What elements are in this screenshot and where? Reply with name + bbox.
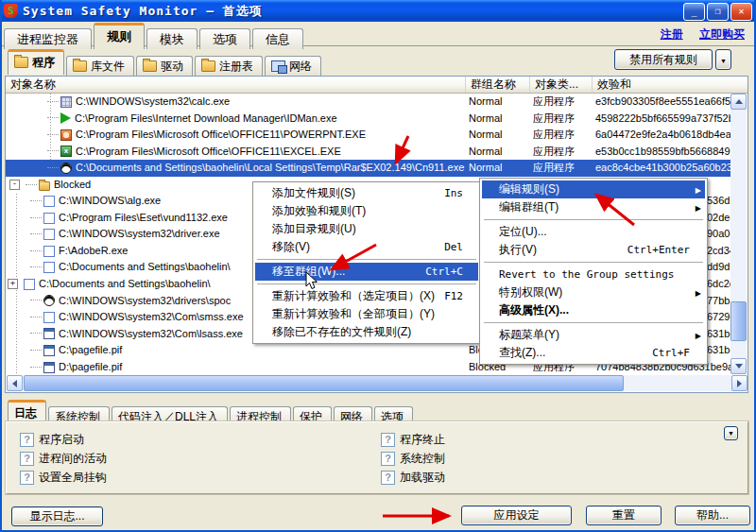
- menu-item-label: 移除(V): [272, 240, 310, 253]
- vertical-scrollbar[interactable]: [730, 94, 747, 374]
- checkbox-label: 程序终止: [400, 432, 445, 448]
- subtab-驱动[interactable]: 驱动: [136, 56, 193, 76]
- tab-进程监控器[interactable]: 进程监控器: [4, 28, 92, 49]
- excel-icon: x: [60, 146, 72, 157]
- panda-icon: [43, 295, 55, 306]
- menu-item[interactable]: 编辑群组(T)▶: [482, 198, 705, 216]
- titlebar[interactable]: S System Safety Monitor — 首选项 _ ❐ ✕: [0, 0, 756, 22]
- scroll-right-icon[interactable]: [731, 375, 747, 391]
- minimize-icon[interactable]: _: [683, 3, 705, 21]
- checkbox[interactable]: ?: [381, 433, 395, 447]
- checkbox[interactable]: ?: [20, 452, 34, 466]
- submenu-arrow-icon: ▶: [696, 181, 701, 199]
- tab-规则[interactable]: 规则: [94, 23, 145, 49]
- column-header-object-type[interactable]: 对象类...: [530, 77, 593, 93]
- checksum-value: e3fcb903305f8ee5551ea66f5c: [595, 95, 731, 107]
- menu-item[interactable]: 定位(U)...: [482, 223, 705, 241]
- menu-item[interactable]: 移除(V)Del: [255, 238, 478, 256]
- tree-expand-icon[interactable]: +: [8, 279, 18, 289]
- subtab-程序[interactable]: 程序: [8, 49, 64, 75]
- menu-item-label: 定位(U)...: [499, 225, 547, 238]
- object-path: C:\WINDOWS\system32\Com\smss.exe: [59, 309, 244, 326]
- object-path: Blocked: [54, 177, 91, 194]
- checksum-value: 6a04472e9fe2a4b0618db4ea1: [595, 129, 731, 140]
- checkbox[interactable]: ?: [20, 471, 34, 485]
- scroll-down-icon[interactable]: [730, 358, 747, 374]
- checkbox[interactable]: ?: [381, 452, 395, 466]
- horizontal-scrollbar-thumb[interactable]: [24, 375, 624, 391]
- tree-connector: [47, 101, 59, 103]
- subtab-网络[interactable]: 网络: [265, 56, 321, 76]
- menu-item[interactable]: 特别权限(W)▶: [482, 283, 705, 301]
- scroll-left-icon[interactable]: [7, 375, 23, 391]
- tree-connector: [30, 217, 42, 219]
- menu-item-shortcut: Ctrl+F: [652, 344, 690, 362]
- buy-now-link[interactable]: 立即购买: [699, 27, 745, 41]
- checkbox[interactable]: ?: [20, 433, 34, 447]
- checkbox[interactable]: ?: [381, 471, 395, 485]
- object-path: C:\Program Files\Microsoft Office\OFFICE…: [76, 127, 366, 144]
- object-type-cell: 应用程序: [533, 160, 592, 177]
- subtab-库文件[interactable]: 库文件: [66, 56, 134, 76]
- object-name-cell: C:\Program Files\Microsoft Office\OFFICE…: [6, 127, 465, 144]
- panel-dropdown-button[interactable]: ▼: [724, 426, 738, 440]
- reset-button[interactable]: 重置: [586, 506, 662, 525]
- subtab-注册表[interactable]: 注册表: [195, 56, 263, 76]
- object-path: C:\WINDOWS\alg.exe: [59, 193, 161, 210]
- doc-icon: [43, 312, 55, 323]
- maximize-icon[interactable]: ❐: [707, 3, 729, 21]
- table-row[interactable]: xC:\Program Files\Microsoft Office\OFFIC…: [6, 144, 731, 161]
- checksum-cell: 4598222b5bf665599a737f52b: [595, 111, 731, 128]
- menu-item[interactable]: 移除已不存在的文件规则(Z): [255, 323, 478, 341]
- checkbox-row: ?程序启动: [20, 432, 84, 448]
- tab-选项[interactable]: 选项: [199, 28, 250, 49]
- table-row[interactable]: C:\WINDOWS\system32\calc.exeNormal应用程序e3…: [6, 94, 731, 111]
- table-row[interactable]: C:\Documents and Settings\baohelin\Local…: [6, 160, 731, 177]
- tab-模块[interactable]: 模块: [146, 28, 198, 49]
- tree-connector: [30, 300, 42, 301]
- menu-item-label: 添加目录规则(U): [272, 222, 356, 235]
- menu-item[interactable]: 添加文件规则(S)Ins: [255, 184, 478, 202]
- apply-settings-button[interactable]: 应用设定: [461, 506, 572, 525]
- menu-item-shortcut: Del: [444, 238, 463, 256]
- checksum-value: 4598222b5bf665599a737f52b: [595, 112, 731, 124]
- object-name-cell: C:\pagefile.pif: [6, 342, 465, 359]
- menu-item[interactable]: 高级属性(X)...: [482, 301, 705, 319]
- vertical-scrollbar-thumb[interactable]: [730, 301, 747, 341]
- menu-item[interactable]: 编辑规则(S)▶: [482, 180, 705, 198]
- object-name-cell: xC:\Program Files\Microsoft Office\OFFIC…: [6, 144, 465, 161]
- checksum-cell: e53b0cc1b98559bfb56688491: [595, 144, 731, 161]
- column-header-checksum[interactable]: 效验和: [593, 77, 732, 93]
- help-button[interactable]: 帮助...: [675, 506, 750, 525]
- menu-item[interactable]: 重新计算效验和（全部项目）(Y): [255, 305, 478, 323]
- menu-item[interactable]: 执行(V)Ctrl+Enter: [482, 241, 705, 259]
- object-path: F:\AdobeR.exe: [59, 243, 128, 260]
- tree-expand-icon[interactable]: -: [9, 180, 20, 190]
- menu-item[interactable]: 标题菜单(Y)▶: [482, 326, 705, 344]
- checkbox-row: ?加载驱动: [381, 470, 445, 486]
- chevron-down-icon: ▼: [728, 430, 734, 437]
- register-link[interactable]: 注册: [661, 27, 683, 41]
- menu-item[interactable]: 查找(Z)...Ctrl+F: [482, 344, 705, 362]
- tree-connector: [30, 250, 42, 252]
- disable-rules-dropdown-button[interactable]: ▼: [715, 49, 731, 70]
- object-type-cell: 应用程序: [533, 111, 592, 128]
- menu-item-shortcut: F12: [444, 287, 463, 305]
- table-row[interactable]: C:\Program Files\Internet Download Manag…: [6, 111, 731, 128]
- object-name-cell: C:\Documents and Settings\baohelin\Local…: [6, 160, 465, 177]
- menu-item[interactable]: 添加目录规则(U): [255, 220, 478, 238]
- column-header-group-name[interactable]: 群组名称: [466, 77, 530, 93]
- disable-all-rules-button[interactable]: 禁用所有规则: [614, 49, 713, 70]
- menu-item[interactable]: Revert to the Group settings: [482, 266, 705, 283]
- column-header-object-name[interactable]: 对象名称: [6, 77, 466, 93]
- menu-item[interactable]: 移至群组(W)...Ctrl+C: [255, 263, 478, 281]
- object-type-cell: 应用程序: [533, 127, 592, 144]
- horizontal-scrollbar[interactable]: [7, 375, 747, 391]
- menu-item[interactable]: 添加效验和规则(T): [255, 202, 478, 220]
- close-icon[interactable]: ✕: [730, 3, 752, 21]
- menu-item[interactable]: 重新计算效验和（选定项目）(X)F12: [255, 287, 478, 305]
- scroll-up-icon[interactable]: [730, 94, 747, 110]
- tab-信息[interactable]: 信息: [252, 28, 303, 49]
- table-row[interactable]: C:\Program Files\Microsoft Office\OFFICE…: [6, 127, 731, 144]
- show-log-button[interactable]: 显示日志...: [11, 506, 103, 526]
